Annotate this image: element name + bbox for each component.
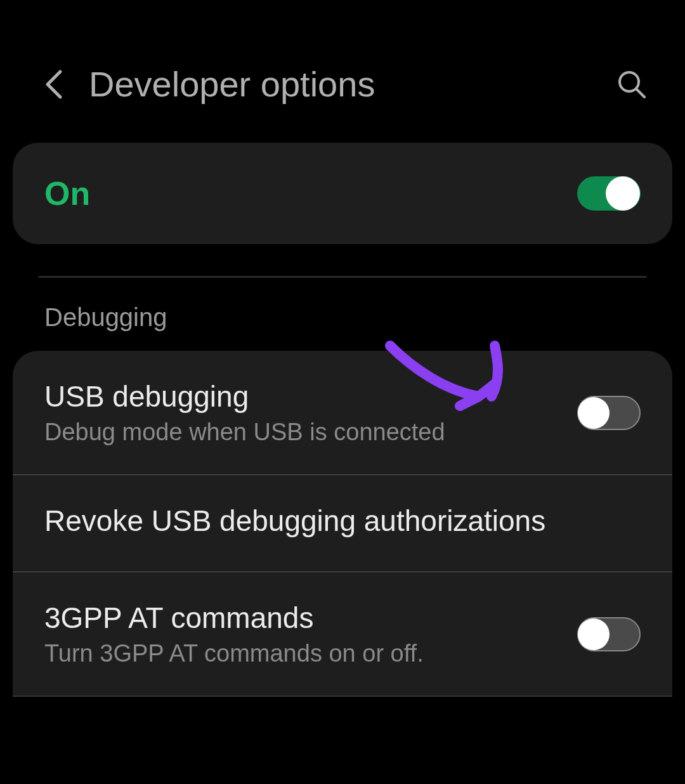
master-toggle-label: On: [44, 174, 90, 212]
master-toggle-card: On: [13, 143, 672, 244]
setting-text: USB debugging Debug mode when USB is con…: [44, 379, 577, 446]
setting-subtitle: Turn 3GPP AT commands on or off.: [44, 640, 564, 667]
back-icon[interactable]: [44, 69, 63, 100]
usb-debugging-toggle[interactable]: [577, 396, 641, 430]
setting-subtitle: Debug mode when USB is connected: [44, 419, 564, 446]
section-header: Debugging: [0, 297, 685, 351]
setting-text: Revoke USB debugging authorizations: [44, 504, 641, 543]
section-divider: [38, 276, 647, 278]
3gpp-toggle[interactable]: [577, 617, 641, 651]
app-header: Developer options: [0, 0, 685, 130]
setting-text: 3GPP AT commands Turn 3GPP AT commands o…: [44, 601, 577, 667]
setting-title: 3GPP AT commands: [44, 601, 564, 635]
master-toggle-switch[interactable]: [577, 176, 641, 211]
settings-list: USB debugging Debug mode when USB is con…: [13, 351, 672, 696]
setting-title: Revoke USB debugging authorizations: [44, 504, 628, 538]
toggle-knob: [578, 397, 610, 429]
svg-point-0: [620, 72, 639, 91]
3gpp-at-commands-item[interactable]: 3GPP AT commands Turn 3GPP AT commands o…: [13, 572, 672, 696]
usb-debugging-item[interactable]: USB debugging Debug mode when USB is con…: [13, 351, 672, 475]
page-title: Developer options: [89, 63, 616, 105]
svg-line-1: [637, 89, 644, 97]
search-icon[interactable]: [616, 69, 647, 100]
revoke-usb-auth-item[interactable]: Revoke USB debugging authorizations: [13, 475, 672, 572]
setting-title: USB debugging: [44, 379, 564, 414]
toggle-knob: [578, 618, 610, 650]
toggle-knob: [606, 176, 640, 211]
master-toggle-row[interactable]: On: [13, 143, 672, 244]
